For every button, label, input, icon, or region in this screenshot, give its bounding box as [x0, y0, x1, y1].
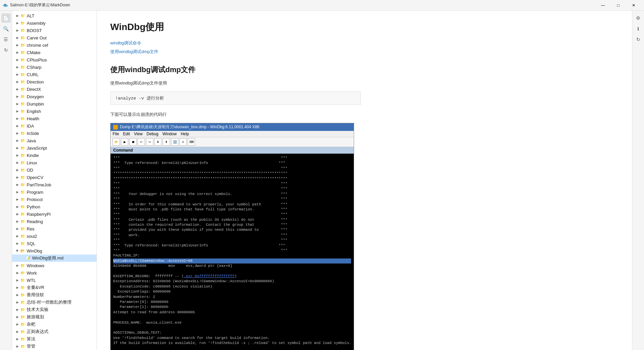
windbg-toolbar-btn-3[interactable]: ⏹ [129, 138, 137, 146]
tree-item-OpenCV[interactable]: ▶📁OpenCV [12, 174, 97, 181]
tree-item-boss[interactable]: ▶📁管管 [12, 343, 97, 350]
tree-item-InSide[interactable]: ▶📁InSide [12, 130, 97, 137]
windbg-menu-file[interactable]: File [113, 132, 119, 136]
tree-item-DirectX[interactable]: ▶📁DirectX [12, 85, 97, 93]
tree-item-CMake[interactable]: ▶📁CMake [12, 49, 97, 56]
tree-item-JavaScript[interactable]: ▶📁JavaScript [12, 144, 97, 152]
tree-item-Protocol[interactable]: ▶📁Protocol [12, 196, 97, 203]
tree-item-RaspberryPi[interactable]: ▶📁RaspberryPi [12, 210, 97, 218]
tree-item-Linux[interactable]: ▶📁Linux [12, 159, 97, 166]
tree-item-PartTimeJob[interactable]: ▶📁PartTimeJob [12, 181, 97, 188]
tree-item-WTL[interactable]: ▶📁WTL [12, 277, 97, 284]
tree-item-CPlusPlus[interactable]: ▶📁CPlusPlus [12, 56, 97, 63]
tree-label-misc: 总结-对一些散乱的整理 [27, 299, 71, 305]
sidebar: 📄 🔍 ☰ ↻ ▶📁ALT▶📁Assembly▶📁BOOST▶📁Carve Ou… [0, 11, 97, 350]
windbg-window: Dump E:\腾讯游戏\天涯明月刀\duowan_box.dmp - WinD… [110, 123, 354, 350]
tree-item-Direction[interactable]: ▶📁Direction [12, 78, 97, 85]
link-windbg-commands[interactable]: windbg调试命令 [110, 40, 619, 46]
tree-item-Work[interactable]: ▶📁Work [12, 269, 97, 277]
folder-icon-useful: 📁 [20, 292, 25, 298]
windbg-toolbar-btn-4[interactable]: ↩ [138, 138, 145, 146]
tree-item-Python[interactable]: ▶📁Python [12, 203, 97, 210]
tree-item-Kindle[interactable]: ▶📁Kindle [12, 152, 97, 159]
outline-toolbar-btn[interactable]: ☰ [1, 35, 11, 44]
refresh-right-btn[interactable]: ↻ [634, 35, 643, 44]
search-toolbar-btn[interactable]: 🔍 [1, 24, 11, 33]
tree-item-Reading[interactable]: ▶📁Reading [12, 218, 97, 225]
tree-item-chromecef[interactable]: ▶📁chrome cef [12, 41, 97, 49]
folder-icon-Python: 📁 [20, 204, 25, 209]
tree-arrow-Dumpbin: ▶ [15, 101, 20, 107]
analyze-command-box[interactable]: !analyze -v 进行分析 [110, 92, 361, 105]
folder-icon-RaspberryPi: 📁 [20, 211, 25, 217]
tree-item-soui2[interactable]: ▶📁soui2 [12, 232, 97, 240]
close-button[interactable]: ✕ [626, 0, 641, 11]
files-toolbar-btn[interactable]: 📄 [1, 13, 11, 23]
tree-item-Program[interactable]: ▶📁Program [12, 188, 97, 196]
windbg-toolbar-btn-2[interactable]: ▶ [121, 138, 128, 146]
folder-icon-InSide: 📁 [20, 131, 25, 136]
right-panel: ⚙ ℹ ↻ [632, 11, 644, 350]
tree-item-WinDbg_file[interactable]: 📝WinDbg使用.md [12, 254, 97, 262]
tree-arrow-Res: ▶ [15, 226, 20, 231]
tree-item-Dumpbin[interactable]: ▶📁Dumpbin [12, 100, 97, 108]
windbg-menu-debug[interactable]: Debug [147, 132, 158, 136]
info-right-btn[interactable]: ℹ [634, 24, 643, 33]
tree-item-misc2[interactable]: ▶📁杂耙 [12, 321, 97, 328]
windbg-menubar: FileEditViewDebugWindowHelp [111, 131, 354, 137]
maximize-button[interactable]: □ [611, 0, 626, 11]
tree-item-misc[interactable]: ▶📁总结-对一些散乱的整理 [12, 299, 97, 306]
tree-arrow-BOOST: ▶ [15, 28, 20, 33]
tree-arrow-CarveOut: ▶ [15, 35, 20, 40]
tree-item-algo[interactable]: ▶📁算法 [12, 335, 97, 343]
tree-label-PartTimeJob: PartTimeJob [27, 182, 51, 187]
tree-item-tech[interactable]: ▶📁技术大实验 [12, 306, 97, 313]
tree-item-Assembly[interactable]: ▶📁Assembly [12, 19, 97, 27]
tree-arrow-Kindle: ▶ [15, 153, 20, 158]
windbg-menu-view[interactable]: View [134, 132, 143, 136]
tree-item-Java[interactable]: ▶📁Java [12, 137, 97, 144]
sync-toolbar-btn[interactable]: ↻ [1, 45, 11, 55]
section3-para: 下面可以显示出崩溃的代码行 [110, 112, 619, 118]
windbg-menu-edit[interactable]: Edit [123, 132, 130, 136]
tree-item-CURL[interactable]: ▶📁CURL [12, 71, 97, 78]
folder-icon-tech: 📁 [20, 307, 25, 312]
minimize-button[interactable]: — [595, 0, 611, 11]
windbg-toolbar-btn-1[interactable]: 📂 [113, 138, 120, 146]
tree-item-BOOST[interactable]: ▶📁BOOST [12, 27, 97, 34]
tree-item-WinDbg[interactable]: ▶📂WinDbg [12, 247, 97, 254]
folder-icon-WinDbg: 📂 [20, 248, 25, 253]
tree-arrow-WTL: ▶ [15, 278, 20, 283]
folder-icon-CarveOut: 📁 [20, 35, 25, 40]
windbg-menu-window[interactable]: Window [162, 132, 177, 136]
tree-item-CSharp[interactable]: ▶📁CSharp [12, 63, 97, 71]
tree-item-regex[interactable]: ▶📁正则表达式 [12, 328, 97, 335]
windbg-toolbar-btn-9[interactable]: A [179, 138, 187, 146]
tree-arrow-Program: ▶ [15, 189, 20, 195]
tree-arrow-WinDbg: ▶ [15, 248, 20, 253]
tree-item-English[interactable]: ▶📁English [12, 108, 97, 115]
exr-link[interactable]: .exr 0xffffffffffffffff [184, 274, 234, 278]
tree-item-ALT[interactable]: ▶📁ALT [12, 12, 97, 19]
tree-item-Doxygen[interactable]: ▶📁Doxygen [12, 93, 97, 100]
tree-item-travel[interactable]: ▶📁旅游规划 [12, 313, 97, 321]
tree-item-OD[interactable]: ▶📁OD [12, 166, 97, 174]
tree-item-Windows[interactable]: ▶📁Windows [12, 262, 97, 269]
windbg-toolbar-btn-5[interactable]: ↪ [146, 138, 153, 146]
windbg-menu-help[interactable]: Help [181, 132, 189, 136]
windbg-toolbar-btn-6[interactable]: ⬇ [154, 138, 162, 146]
windbg-toolbar: 📂 ▶ ⏹ ↩ ↪ ⬇ ⬆ 🔤 A ⌨ [111, 137, 354, 147]
windbg-toolbar-btn-7[interactable]: ⬆ [163, 138, 170, 146]
windbg-toolbar-btn-8[interactable]: 🔤 [171, 138, 178, 146]
tree-item-IDA[interactable]: ▶📁IDA [12, 122, 97, 130]
windbg-toolbar-btn-10[interactable]: ⌨ [188, 138, 195, 146]
tree-label-chromecef: chrome cef [27, 43, 48, 48]
link-windbg-dmp[interactable]: 使用windbg调试dmp文件 [110, 49, 619, 55]
settings-right-btn[interactable]: ⚙ [634, 13, 643, 23]
tree-item-Res[interactable]: ▶📁Res [12, 225, 97, 232]
tree-item-SQL[interactable]: ▶📁SQL [12, 240, 97, 247]
tree-item-useful[interactable]: ▶📁善用佳软 [12, 291, 97, 299]
tree-item-CarveOut[interactable]: ▶📁Carve Out [12, 34, 97, 41]
tree-item-Health[interactable]: ▶📁Health [12, 115, 97, 122]
tree-item-VR[interactable]: ▶📁全量&VR [12, 284, 97, 291]
